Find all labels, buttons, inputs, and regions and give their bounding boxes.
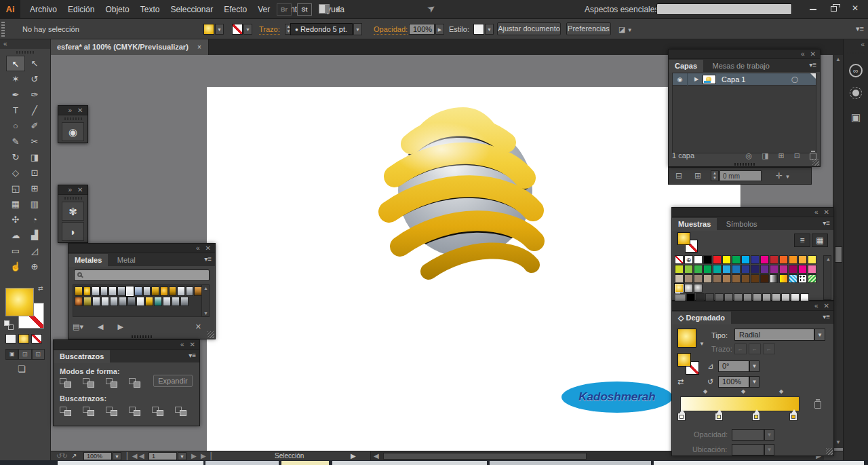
type-tool[interactable]: T <box>6 103 25 118</box>
hand-tool[interactable]: ☝ <box>6 259 25 274</box>
logo-ellipse[interactable]: Kadoshmerah <box>561 382 673 413</box>
gradient-presets-arrow[interactable]: ▼ <box>699 341 705 347</box>
opacity-label[interactable]: Opacidad: <box>374 24 408 35</box>
metal-swatch[interactable] <box>151 286 159 296</box>
expand-icon[interactable]: » <box>68 186 73 193</box>
metal-swatch[interactable] <box>92 297 100 306</box>
resize-grip[interactable] <box>826 448 833 455</box>
metal-swatch[interactable] <box>180 297 189 306</box>
menu-edicion[interactable]: Edición <box>62 0 100 19</box>
pencil-tool[interactable]: ✎ <box>6 134 25 149</box>
color-swatch[interactable] <box>684 284 693 293</box>
menos-fondo-button[interactable] <box>175 407 186 416</box>
metal-swatch[interactable] <box>172 297 180 306</box>
metal-swatch[interactable] <box>136 297 144 306</box>
menu-texto[interactable]: Texto <box>135 0 165 19</box>
stroke-weight-label[interactable]: Trazo: <box>259 24 280 35</box>
scissors-tool[interactable]: ✂ <box>25 134 44 149</box>
color-swatch[interactable] <box>751 265 760 274</box>
color-swatch[interactable] <box>751 274 760 283</box>
gradient-slider-bar[interactable] <box>680 396 800 411</box>
draw-inside-button[interactable]: ◱ <box>32 349 45 360</box>
close-button[interactable]: ✕ <box>846 3 864 14</box>
swatch-libraries-icon[interactable]: ▤▾ <box>73 322 83 331</box>
vertical-scroll-thumb[interactable] <box>835 246 842 263</box>
previous-artboard-icon[interactable]: ◀ <box>139 451 144 461</box>
expand-button[interactable]: Expandir <box>153 375 193 387</box>
color-palette-tool[interactable]: ✾ <box>62 202 84 221</box>
color-swatch[interactable] <box>713 265 722 274</box>
excluir-button[interactable] <box>129 378 140 388</box>
color-swatch[interactable] <box>703 265 712 274</box>
color-themes-icon[interactable] <box>850 87 862 99</box>
fill-proxy-swatch[interactable] <box>5 288 34 316</box>
color-swatch[interactable] <box>694 284 703 293</box>
menu-objeto[interactable]: Objeto <box>100 0 134 19</box>
first-artboard-icon[interactable]: ▏◀ <box>127 451 137 461</box>
layer-row[interactable]: ◉ ▶ Capa 1 ◯ <box>673 73 816 86</box>
draw-normal-button[interactable]: ▣ <box>5 349 18 360</box>
width-tool[interactable]: ◇ <box>6 165 25 181</box>
metal-swatch[interactable] <box>163 297 171 306</box>
ellipse-tool[interactable]: ○ <box>6 118 25 134</box>
gradient-thumbnail[interactable] <box>677 329 696 348</box>
distribute-spacing-icon[interactable]: ⊟ <box>675 171 682 181</box>
list-view-icon[interactable]: ≡ <box>794 234 810 247</box>
panel-menu-icon[interactable]: ▾≡ <box>189 352 196 359</box>
vertical-scrollbar[interactable]: ▲ ▼ <box>833 55 843 448</box>
scroll-down-icon[interactable]: ▼ <box>835 439 841 445</box>
tab-capas[interactable]: Capas <box>669 60 703 73</box>
close-icon[interactable]: ✕ <box>824 208 829 216</box>
restore-button[interactable] <box>825 3 842 14</box>
gradient-midpoint-icon[interactable]: ◆ <box>779 388 783 394</box>
draw-behind-button[interactable]: ◲ <box>18 349 31 360</box>
shape-gradient-tool[interactable]: ◗ <box>62 222 84 241</box>
free-transform-tool[interactable]: ⊡ <box>25 165 44 181</box>
distribute-spacing-v-icon[interactable]: ⊞ <box>694 171 701 181</box>
tab-muestras[interactable]: Muestras <box>672 218 717 231</box>
tab-buscatrazos[interactable]: Buscatrazos <box>54 350 110 363</box>
color-swatch[interactable] <box>684 265 693 274</box>
gradient-stop[interactable] <box>677 413 686 421</box>
drag-handle[interactable] <box>64 117 82 120</box>
lasso-tool[interactable]: ↺ <box>25 71 44 87</box>
color-swatch[interactable] <box>770 255 778 264</box>
expand-layer-icon[interactable]: ▶ <box>694 73 698 86</box>
stroke-color-swatch[interactable] <box>232 24 243 35</box>
scroll-left-icon[interactable]: ◀ <box>374 451 379 461</box>
gradient-tool[interactable]: ▥ <box>25 196 44 212</box>
magic-wand-tool[interactable]: ✶ <box>6 71 25 87</box>
color-swatch[interactable] <box>732 265 741 274</box>
cs-live-icon[interactable]: ➤ <box>425 1 437 15</box>
reverse-gradient-icon[interactable]: ⇄ <box>677 377 684 386</box>
preferences-button[interactable]: Preferencias <box>566 22 611 35</box>
combinar-button[interactable] <box>106 407 117 416</box>
last-artboard-icon[interactable]: ▶▕ <box>201 451 211 461</box>
color-swatch[interactable] <box>808 255 816 264</box>
dock-drag-handle[interactable] <box>847 52 865 54</box>
arrange-documents-button[interactable]: ▼ <box>319 4 335 15</box>
new-layer-icon[interactable]: ⊡ <box>794 151 800 160</box>
pattern-swatch[interactable] <box>789 274 797 283</box>
gradient-midpoint-icon[interactable]: ◆ <box>703 388 707 394</box>
close-icon[interactable]: ✕ <box>810 50 816 58</box>
expand-icon[interactable]: » <box>68 107 73 114</box>
formar-interseccion-button[interactable] <box>106 378 117 388</box>
gradient-stop[interactable] <box>752 413 760 421</box>
grid-view-icon[interactable]: ▦ <box>812 234 828 247</box>
metal-swatch[interactable] <box>75 297 83 306</box>
previous-library-icon[interactable]: ◀ <box>98 322 103 331</box>
control-panel-menu-icon[interactable]: ▾≡ <box>856 24 864 33</box>
color-swatch[interactable] <box>779 274 788 283</box>
metal-swatch[interactable] <box>101 297 109 306</box>
pattern-swatch[interactable] <box>808 274 816 283</box>
panel-menu-icon[interactable]: ▾≡ <box>809 61 816 69</box>
style-dropdown-arrow[interactable]: ▼ <box>485 24 494 35</box>
color-swatch[interactable] <box>808 265 816 274</box>
tools-collapse-icon[interactable]: « <box>0 39 50 49</box>
color-swatch[interactable] <box>713 255 722 264</box>
metal-swatch[interactable] <box>83 286 92 296</box>
color-swatch[interactable] <box>713 274 722 283</box>
screen-mode-button[interactable]: ❏ <box>18 364 26 374</box>
scroll-up-icon[interactable]: ▲ <box>835 56 841 62</box>
